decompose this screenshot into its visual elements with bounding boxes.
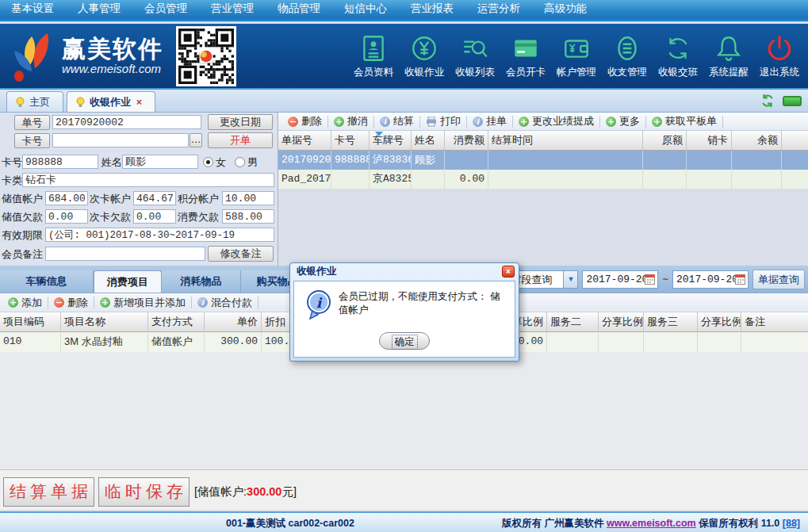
toolbar-member-profile[interactable]: 会员资料 bbox=[348, 33, 399, 79]
order-row-selected[interactable]: 20170920001 988888 泸83836 顾影 bbox=[278, 151, 808, 170]
gender-male-option[interactable]: 男 bbox=[235, 155, 258, 170]
times-account-input[interactable] bbox=[133, 191, 176, 205]
stored-debt-input[interactable] bbox=[45, 209, 88, 224]
member-remark-input[interactable] bbox=[45, 247, 205, 261]
query-bills-button[interactable]: 单据查询 bbox=[752, 270, 805, 289]
card-value-input[interactable] bbox=[22, 155, 98, 169]
col-amount[interactable]: 消费额 bbox=[445, 131, 488, 150]
toolbar-income-expense[interactable]: 收支管理 bbox=[602, 33, 653, 79]
battery-status-icon[interactable] bbox=[783, 96, 802, 106]
dialog-ok-button[interactable]: 确定 bbox=[379, 332, 430, 350]
date-from-input[interactable]: 2017-09-20 bbox=[582, 270, 658, 289]
temp-save-button[interactable]: 临时保存 bbox=[98, 477, 190, 507]
toolbar-exit-system[interactable]: 退出系统 bbox=[754, 33, 805, 79]
bill-no-input[interactable] bbox=[52, 115, 201, 129]
order-row[interactable]: Pad_20170918 京A8325C 0.00 bbox=[278, 170, 808, 189]
bulb-icon bbox=[75, 97, 86, 108]
tab-close-icon[interactable]: × bbox=[136, 97, 142, 108]
delete-item-button[interactable]: 删除 bbox=[49, 296, 93, 310]
card-no-input[interactable] bbox=[52, 133, 189, 147]
col-service-3[interactable]: 服务三 bbox=[644, 312, 698, 332]
tab-vehicle-info[interactable]: 车辆信息 bbox=[0, 270, 94, 293]
card-lookup-ellipsis-button[interactable]: … bbox=[190, 133, 202, 147]
toolbar-account-mgmt[interactable]: 帐户管理 bbox=[551, 33, 602, 79]
col-filler bbox=[782, 131, 808, 150]
menu-item-hr[interactable]: 人事管理 bbox=[78, 2, 121, 16]
col-cancel-card[interactable]: 销卡 bbox=[687, 131, 732, 150]
col-pay-method[interactable]: 支付方式 bbox=[148, 312, 205, 332]
dialog-title: 收银作业 bbox=[290, 263, 519, 280]
menu-item-analysis[interactable]: 运营分析 bbox=[477, 2, 520, 16]
print-order-button[interactable]: 打印 bbox=[421, 114, 465, 128]
edit-remark-button[interactable]: 修改备注 bbox=[208, 246, 274, 262]
menu-item-members[interactable]: 会员管理 bbox=[144, 2, 187, 16]
col-remark[interactable]: 备注 bbox=[741, 312, 808, 332]
date-to-input[interactable]: 2017-09-20 bbox=[672, 270, 749, 289]
card-type-input[interactable] bbox=[22, 173, 274, 187]
undo-order-button[interactable]: 撤消 bbox=[329, 114, 373, 128]
new-item-add-button[interactable]: 新增项目并添加 bbox=[95, 296, 190, 310]
col-unit-price[interactable]: 单价 bbox=[205, 312, 262, 332]
menu-item-goods[interactable]: 物品管理 bbox=[278, 2, 320, 16]
card-no-label-button[interactable]: 卡号 bbox=[14, 133, 50, 148]
col-balance[interactable]: 余额 bbox=[732, 131, 782, 150]
col-item-code[interactable]: 项目编码 bbox=[0, 312, 61, 332]
info-circle-icon bbox=[380, 117, 390, 127]
col-share-ratio-3[interactable]: 分享比例 bbox=[698, 312, 741, 332]
change-date-button[interactable]: 更改日期 bbox=[208, 114, 273, 130]
tab-cashier-active[interactable]: 收银作业 × bbox=[67, 91, 155, 112]
col-service-2[interactable]: 服务二 bbox=[547, 312, 599, 332]
points-account-input[interactable] bbox=[222, 191, 274, 205]
col-item-name[interactable]: 项目名称 bbox=[61, 312, 148, 332]
col-share-ratio-2[interactable]: 分享比例 bbox=[599, 312, 644, 332]
name-input[interactable] bbox=[122, 155, 198, 169]
validity-label: 有效期限 bbox=[2, 228, 43, 243]
menu-item-basic-settings[interactable]: 基本设置 bbox=[11, 2, 54, 16]
dialog-close-icon[interactable]: × bbox=[502, 266, 515, 277]
toolbar-cashier-list[interactable]: 收银列表 bbox=[450, 33, 500, 79]
card-label: 卡号 bbox=[2, 155, 22, 170]
gender-female-option[interactable]: 女 bbox=[203, 155, 226, 170]
col-original[interactable]: 原额 bbox=[643, 131, 687, 150]
toolbar-shift-change[interactable]: 收银交班 bbox=[653, 33, 703, 79]
build-link[interactable]: [88] bbox=[783, 518, 800, 529]
mixed-payment-button[interactable]: 混合付款 bbox=[193, 296, 257, 310]
tab-consumables[interactable]: 消耗物品 bbox=[162, 270, 241, 293]
brand-url: www.emeisoft.com bbox=[62, 62, 163, 75]
separator bbox=[94, 297, 94, 308]
menu-item-business[interactable]: 营业管理 bbox=[211, 2, 254, 16]
tab-home[interactable]: 主页 bbox=[6, 91, 63, 112]
open-bill-button[interactable]: 开单 bbox=[208, 132, 273, 148]
stored-account-input[interactable] bbox=[45, 191, 88, 205]
minus-circle-icon bbox=[288, 117, 298, 127]
emeisoft-link[interactable]: www.emeisoft.com bbox=[607, 518, 696, 529]
settle-order-button[interactable]: 结算 bbox=[375, 114, 419, 128]
toolbar-system-alert[interactable]: 系统提醒 bbox=[703, 33, 754, 79]
col-name[interactable]: 姓名 bbox=[412, 131, 445, 150]
refresh-icon[interactable] bbox=[760, 94, 775, 108]
bill-no-label-button[interactable]: 单号 bbox=[14, 115, 50, 130]
radio-unselected-icon bbox=[235, 157, 245, 167]
consume-debt-input[interactable] bbox=[222, 209, 274, 224]
more-button[interactable]: 更多 bbox=[601, 114, 645, 128]
add-item-button[interactable]: 添加 bbox=[3, 296, 47, 310]
delete-order-button[interactable]: 删除 bbox=[283, 114, 327, 128]
col-bill-no[interactable]: 单据号 bbox=[278, 131, 331, 150]
validity-input[interactable] bbox=[45, 228, 274, 242]
toolbar-cashier[interactable]: 收银作业 bbox=[399, 33, 450, 79]
menu-item-reports[interactable]: 营业报表 bbox=[411, 2, 454, 16]
radio-selected-icon bbox=[203, 157, 213, 167]
tab-consume-items[interactable]: 消费项目 bbox=[94, 270, 162, 293]
times-debt-input[interactable] bbox=[133, 209, 176, 224]
toolbar-open-card[interactable]: 会员开卡 bbox=[500, 33, 551, 79]
col-card-no[interactable]: 卡号 bbox=[331, 131, 370, 150]
menu-item-advanced[interactable]: 高级功能 bbox=[544, 2, 587, 16]
menu-item-sms[interactable]: 短信中心 bbox=[344, 2, 387, 16]
change-commission-button[interactable]: 更改业绩提成 bbox=[514, 114, 599, 128]
separator bbox=[466, 116, 467, 128]
fetch-pad-bill-button[interactable]: 获取平板单 bbox=[647, 114, 722, 128]
hold-order-button[interactable]: 挂单 bbox=[468, 114, 511, 128]
separator bbox=[512, 116, 513, 128]
col-settle-time[interactable]: 结算时间 bbox=[488, 131, 643, 150]
settle-bill-button[interactable]: 结算单据 bbox=[3, 477, 94, 507]
